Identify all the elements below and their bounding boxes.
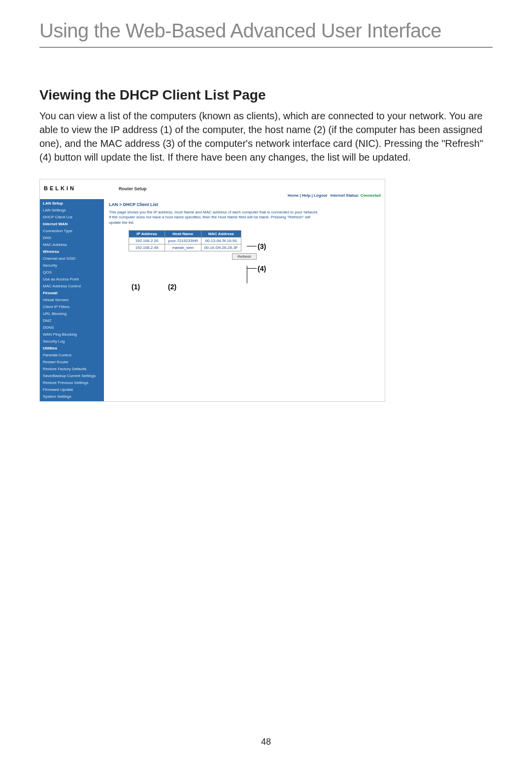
nav-item[interactable]: Security Log — [40, 338, 104, 345]
nav-item[interactable]: MAC Address Control — [40, 283, 104, 290]
link-home[interactable]: Home — [288, 193, 299, 198]
shot-header: BELKIN Router Setup Home | Help | Logout… — [40, 179, 385, 200]
table-cell: your-721523394f — [165, 238, 201, 244]
callout-line-3 — [247, 246, 257, 246]
table-cell: mariah_wen — [165, 244, 201, 251]
content-pane: LAN > DHCP Client List This page shows y… — [104, 199, 385, 401]
link-logout[interactable]: Logout — [314, 193, 327, 198]
nav-item[interactable]: Parental Control — [40, 352, 104, 359]
table-cell: 00-13-04-5f-18-50 — [201, 238, 241, 244]
nav-item[interactable]: Virtual Servers — [40, 297, 104, 304]
nav-item: Utilities — [40, 345, 104, 352]
nav-item[interactable]: MAC Address — [40, 242, 104, 248]
nav-item[interactable]: Connection Type — [40, 228, 104, 235]
nav-item[interactable]: Restore Previous Settings — [40, 380, 104, 386]
sidebar-nav: LAN SetupLAN SettingsDHCP Client ListInt… — [40, 199, 104, 401]
nav-item[interactable]: WAN Ping Blocking — [40, 331, 104, 338]
link-help[interactable]: Help — [302, 193, 310, 198]
nav-item[interactable]: System Settings — [40, 393, 104, 400]
nav-item[interactable]: Use as Access Point — [40, 276, 104, 283]
breadcrumb: LAN > DHCP Client List — [109, 202, 380, 207]
nav-item[interactable]: Restore Factory Defaults — [40, 366, 104, 373]
section-title: Viewing the DHCP Client List Page — [39, 87, 493, 103]
table-cell: 00-16-D9-26-28-3F — [201, 244, 241, 251]
dhcp-table: IP AddressHost NameMAC Address 192.168.2… — [129, 230, 241, 251]
nav-item[interactable]: DDNS — [40, 324, 104, 331]
nav-item[interactable]: LAN Settings — [40, 207, 104, 214]
table-header: Host Name — [165, 231, 201, 238]
nav-item: Internet WAN — [40, 221, 104, 228]
nav-item[interactable]: Restart Router — [40, 359, 104, 366]
body-text: You can view a list of the computers (kn… — [39, 109, 493, 164]
nav-item: LAN Setup — [40, 200, 104, 207]
router-screenshot: BELKIN Router Setup Home | Help | Logout… — [39, 179, 385, 402]
brand-logo: BELKIN — [44, 185, 76, 191]
callout-2: (2) — [168, 283, 176, 291]
callout-1: (1) — [132, 283, 140, 291]
nav-item[interactable]: Firmware Update — [40, 386, 104, 393]
nav-item[interactable]: QOS — [40, 269, 104, 276]
status-value: Connected — [361, 193, 381, 198]
table-header: IP Address — [129, 231, 165, 238]
table-cell: 192.168.2.48 — [129, 244, 165, 251]
page-main-title: Using the Web-Based Advanced User Interf… — [39, 20, 493, 48]
table-cell: 192.168.2.20 — [129, 238, 165, 244]
nav-item[interactable]: Security — [40, 262, 104, 269]
nav-item[interactable]: DMZ — [40, 317, 104, 324]
router-setup-label: Router Setup — [119, 186, 147, 191]
nav-item[interactable]: Save/Backup Current Settings — [40, 373, 104, 380]
table-header: MAC Address — [201, 231, 241, 238]
nav-item[interactable]: Client IP Filters — [40, 304, 104, 311]
nav-item[interactable]: DNS — [40, 235, 104, 242]
page-number: 48 — [39, 737, 493, 747]
table-row: 192.168.2.48mariah_wen00-16-D9-26-28-3F — [129, 244, 241, 251]
callout-4: (4) — [258, 265, 266, 273]
table-row: 192.168.2.20your-721523394f00-13-04-5f-1… — [129, 238, 241, 244]
top-links: Home | Help | Logout Internet Status: Co… — [288, 193, 381, 198]
callout-line-4 — [247, 268, 257, 269]
nav-item[interactable]: Channel and SSID — [40, 255, 104, 262]
nav-item: Firewall — [40, 290, 104, 297]
callout-3: (3) — [258, 242, 266, 250]
nav-item[interactable]: DHCP Client List — [40, 214, 104, 221]
page-desc: This page shows you the IP address, Host… — [109, 210, 321, 225]
status-label: Internet Status: — [331, 193, 360, 198]
nav-item[interactable]: URL Blocking — [40, 311, 104, 317]
nav-item: Wireless — [40, 248, 104, 255]
refresh-button[interactable]: Refresh — [232, 253, 257, 260]
